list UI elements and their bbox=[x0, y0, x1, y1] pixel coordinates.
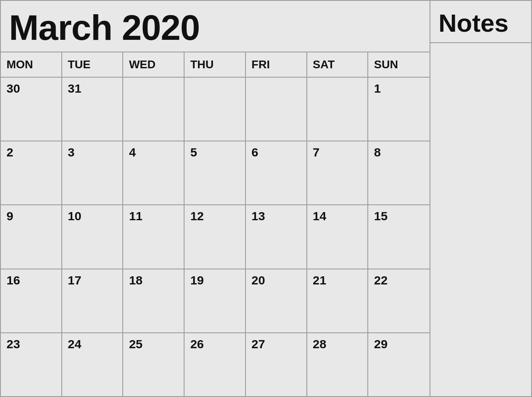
day-22[interactable]: 22 bbox=[368, 269, 430, 332]
day-2[interactable]: 2 bbox=[1, 141, 62, 204]
calendar-header: March 2020 bbox=[1, 1, 430, 52]
week-row-2: 2 3 4 5 6 7 8 bbox=[1, 141, 430, 205]
day-18[interactable]: 18 bbox=[123, 269, 185, 332]
day-16[interactable]: 16 bbox=[1, 269, 62, 332]
day-header-wed: WED bbox=[123, 52, 185, 77]
day-headers-row: MON TUE WED THU FRI SAT SUN bbox=[1, 52, 430, 78]
day-25[interactable]: 25 bbox=[123, 333, 185, 396]
day-9[interactable]: 9 bbox=[1, 205, 62, 268]
day-7[interactable]: 7 bbox=[307, 141, 369, 204]
day-13[interactable]: 13 bbox=[246, 205, 307, 268]
notes-title: Notes bbox=[439, 9, 508, 37]
day-1[interactable]: 1 bbox=[368, 78, 430, 141]
day-17[interactable]: 17 bbox=[62, 269, 124, 332]
day-6[interactable]: 6 bbox=[246, 141, 307, 204]
day-empty-3 bbox=[246, 78, 307, 141]
day-31[interactable]: 31 bbox=[62, 78, 124, 141]
week-row-5: 23 24 25 26 27 28 29 bbox=[1, 333, 430, 396]
day-14[interactable]: 14 bbox=[307, 205, 369, 268]
day-12[interactable]: 12 bbox=[185, 205, 246, 268]
day-empty-1 bbox=[123, 78, 185, 141]
day-29[interactable]: 29 bbox=[368, 333, 430, 396]
day-empty-4 bbox=[307, 78, 369, 141]
day-header-fri: FRI bbox=[246, 52, 307, 77]
notes-body[interactable] bbox=[430, 43, 531, 396]
day-21[interactable]: 21 bbox=[307, 269, 369, 332]
week-row-3: 9 10 11 12 13 14 15 bbox=[1, 205, 430, 269]
day-header-sat: SAT bbox=[307, 52, 369, 77]
day-30[interactable]: 30 bbox=[1, 78, 62, 141]
day-empty-2 bbox=[185, 78, 246, 141]
day-24[interactable]: 24 bbox=[62, 333, 124, 396]
calendar-wrapper: March 2020 MON TUE WED THU FRI SAT SUN 3… bbox=[0, 0, 532, 397]
calendar-main: March 2020 MON TUE WED THU FRI SAT SUN 3… bbox=[1, 1, 430, 396]
day-8[interactable]: 8 bbox=[368, 141, 430, 204]
day-4[interactable]: 4 bbox=[123, 141, 185, 204]
week-row-4: 16 17 18 19 20 21 22 bbox=[1, 269, 430, 333]
day-15[interactable]: 15 bbox=[368, 205, 430, 268]
day-23[interactable]: 23 bbox=[1, 333, 62, 396]
day-28[interactable]: 28 bbox=[307, 333, 369, 396]
day-20[interactable]: 20 bbox=[246, 269, 307, 332]
day-11[interactable]: 11 bbox=[123, 205, 185, 268]
day-header-tue: TUE bbox=[62, 52, 124, 77]
weeks-container: 30 31 1 2 3 4 5 6 7 8 bbox=[1, 78, 430, 396]
day-header-mon: MON bbox=[1, 52, 62, 77]
day-26[interactable]: 26 bbox=[185, 333, 246, 396]
day-header-sun: SUN bbox=[368, 52, 430, 77]
day-10[interactable]: 10 bbox=[62, 205, 124, 268]
day-27[interactable]: 27 bbox=[246, 333, 307, 396]
calendar-title: March 2020 bbox=[9, 8, 421, 48]
week-row-1: 30 31 1 bbox=[1, 78, 430, 141]
day-header-thu: THU bbox=[185, 52, 246, 77]
notes-panel: Notes bbox=[430, 1, 531, 396]
notes-header: Notes bbox=[430, 1, 531, 43]
day-3[interactable]: 3 bbox=[62, 141, 124, 204]
calendar-grid: MON TUE WED THU FRI SAT SUN 30 31 1 bbox=[1, 52, 430, 396]
day-5[interactable]: 5 bbox=[185, 141, 246, 204]
day-19[interactable]: 19 bbox=[185, 269, 246, 332]
